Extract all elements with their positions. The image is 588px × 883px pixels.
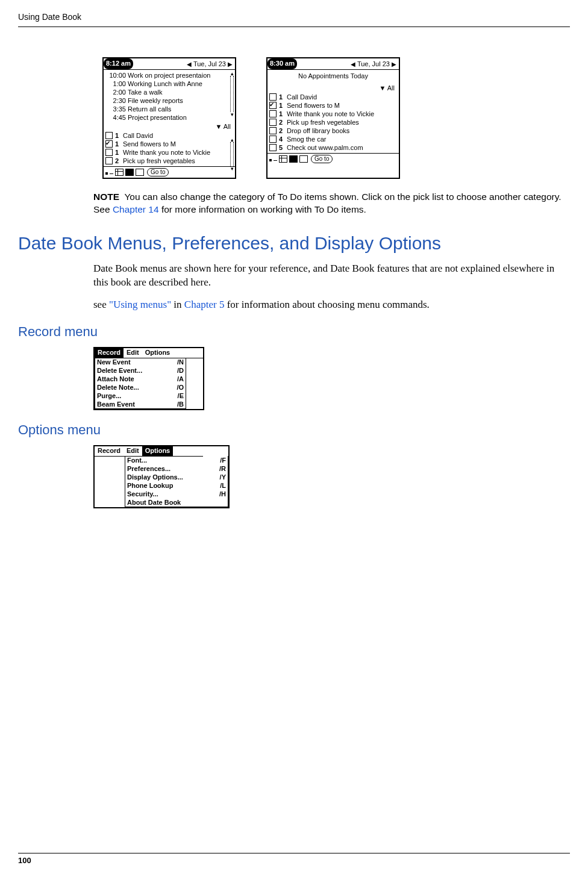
- menubar-options[interactable]: Options: [142, 348, 174, 358]
- appointment-list: 10:00Work on project presentaion 1:00Wor…: [105, 71, 233, 122]
- todo-text: Write thank you note to Vickie: [287, 110, 374, 118]
- view-week-icon[interactable]: [279, 155, 287, 163]
- checkbox-icon[interactable]: [105, 157, 113, 164]
- prev-day-icon[interactable]: ◀: [187, 61, 192, 67]
- checkbox-icon[interactable]: [269, 93, 277, 101]
- page-footer: 100: [18, 853, 570, 865]
- todo-text: Write thank you note to Vickie: [123, 148, 210, 157]
- category-picker[interactable]: ▼ All: [105, 122, 233, 131]
- scroll-up-icon[interactable]: ▴: [230, 71, 234, 76]
- view-day-icon[interactable]: [269, 159, 272, 161]
- menu-item[interactable]: Delete Event.../D: [95, 366, 186, 375]
- menu-item[interactable]: Font.../F: [125, 456, 228, 464]
- date-navigator[interactable]: ◀ Tue, Jul 23 ▶: [133, 60, 235, 67]
- todo-text: Drop off library books: [287, 126, 349, 135]
- menu-item[interactable]: Display Options.../Y: [125, 473, 228, 481]
- section-heading: Date Book Menus, Preferences, and Displa…: [18, 233, 570, 254]
- menu-item[interactable]: Delete Note.../O: [95, 383, 186, 392]
- appt-time: 1:00: [105, 80, 128, 88]
- view-day-icon[interactable]: [105, 172, 108, 175]
- note-label: NOTE: [93, 192, 119, 202]
- scroll-up-icon[interactable]: ▴: [230, 137, 234, 142]
- next-day-icon[interactable]: ▶: [392, 61, 396, 67]
- priority: 2: [279, 126, 285, 135]
- menu-item[interactable]: Preferences.../R: [125, 464, 228, 473]
- scroll-down-icon[interactable]: ▾: [230, 166, 234, 171]
- menubar-edit[interactable]: Edit: [124, 446, 142, 456]
- priority: 1: [279, 101, 285, 110]
- todo-text: Smog the car: [287, 135, 326, 143]
- body-paragraph: see "Using menus" in Chapter 5 for infor…: [93, 298, 570, 312]
- goto-button[interactable]: Go to: [311, 155, 333, 163]
- view-switcher: Go to: [104, 166, 235, 178]
- view-week-icon[interactable]: [115, 169, 124, 176]
- appt-text: Project presentation: [128, 113, 187, 122]
- view-month-icon[interactable]: [289, 155, 298, 163]
- view-agenda-icon[interactable]: [299, 155, 308, 163]
- checkbox-icon[interactable]: [269, 144, 277, 151]
- view-sep: [274, 160, 277, 161]
- menu-item[interactable]: New Event/N: [95, 358, 186, 366]
- date-navigator[interactable]: ◀ Tue, Jul 23 ▶: [297, 60, 399, 67]
- priority: 1: [115, 131, 121, 140]
- checkbox-icon[interactable]: [105, 149, 113, 156]
- appt-text: File weekly reports: [128, 96, 183, 105]
- category-picker[interactable]: ▼ All: [269, 83, 397, 93]
- menu-item[interactable]: Phone Lookup/L: [125, 481, 228, 490]
- view-month-icon[interactable]: [125, 169, 134, 176]
- checkbox-checked-icon[interactable]: [269, 102, 277, 109]
- menu-item[interactable]: Purge.../E: [95, 392, 186, 400]
- todo-text: Pick up fresh vegetables: [123, 157, 195, 165]
- menubar-record[interactable]: Record: [95, 348, 124, 358]
- todo-text: Send flowers to M: [287, 101, 340, 110]
- prev-day-icon[interactable]: ◀: [351, 61, 355, 67]
- date-label: Tue, Jul 23: [193, 60, 226, 67]
- checkbox-icon[interactable]: [269, 136, 277, 143]
- todo-text: Send flowers to M: [123, 140, 176, 148]
- checkbox-icon[interactable]: [269, 127, 277, 134]
- scroll-down-icon[interactable]: ▾: [230, 112, 234, 117]
- note-paragraph: NOTE You can also change the category of…: [93, 191, 570, 216]
- menubar-edit[interactable]: Edit: [124, 348, 142, 358]
- view-agenda-icon[interactable]: [136, 169, 144, 176]
- view-switcher: Go to: [267, 153, 399, 164]
- menu-item[interactable]: Beam Event/B: [95, 400, 186, 408]
- checkbox-icon[interactable]: [105, 132, 113, 139]
- menubar-record[interactable]: Record: [95, 446, 124, 456]
- appt-text: Return all calls: [128, 105, 171, 113]
- appt-time: 4:45: [105, 113, 128, 122]
- menu-item[interactable]: Security.../H: [125, 490, 228, 498]
- checkbox-icon[interactable]: [269, 119, 277, 126]
- time-indicator: 8:12 am: [104, 58, 133, 69]
- checkbox-icon[interactable]: [269, 110, 277, 117]
- options-menu-screenshot: Record Edit Options Font.../F Preference…: [93, 445, 570, 508]
- priority: 1: [115, 148, 121, 157]
- view-sep: [110, 173, 113, 174]
- body-paragraph: Date Book menus are shown here for your …: [93, 262, 570, 290]
- priority: 1: [279, 93, 285, 101]
- running-header: Using Date Book: [18, 12, 570, 22]
- checkbox-checked-icon[interactable]: [105, 140, 113, 148]
- footer-rule: [18, 853, 570, 853]
- menu-item[interactable]: About Date Book: [125, 498, 228, 507]
- priority: 2: [115, 157, 121, 165]
- page-number: 100: [18, 856, 570, 865]
- next-day-icon[interactable]: ▶: [228, 61, 233, 67]
- scrollbar[interactable]: ▴ ▾: [230, 71, 234, 117]
- note-text: for more information on working with To …: [159, 204, 366, 214]
- screenshot-row: 8:12 am ◀ Tue, Jul 23 ▶ 10:00Work on pro…: [102, 57, 570, 179]
- menu-item[interactable]: Attach Note/A: [95, 375, 186, 383]
- using-menus-link[interactable]: "Using menus": [109, 299, 171, 310]
- palm-screen-right: 8:30 am ◀ Tue, Jul 23 ▶ No Appointments …: [266, 57, 400, 179]
- appt-text: Working Lunch with Anne: [128, 80, 202, 88]
- priority: 4: [279, 135, 285, 143]
- time-indicator: 8:30 am: [267, 58, 297, 69]
- chapter-link[interactable]: Chapter 5: [184, 299, 225, 310]
- todo-list: 1Call David 1Send flowers to M 1Write th…: [105, 131, 233, 165]
- chapter-link[interactable]: Chapter 14: [113, 204, 159, 214]
- goto-button[interactable]: Go to: [147, 168, 169, 176]
- subsection-heading: Record menu: [18, 324, 570, 340]
- menubar-options[interactable]: Options: [142, 446, 174, 456]
- scrollbar[interactable]: ▴ ▾: [230, 137, 234, 171]
- no-appointments-label: No Appointments Today: [269, 71, 397, 83]
